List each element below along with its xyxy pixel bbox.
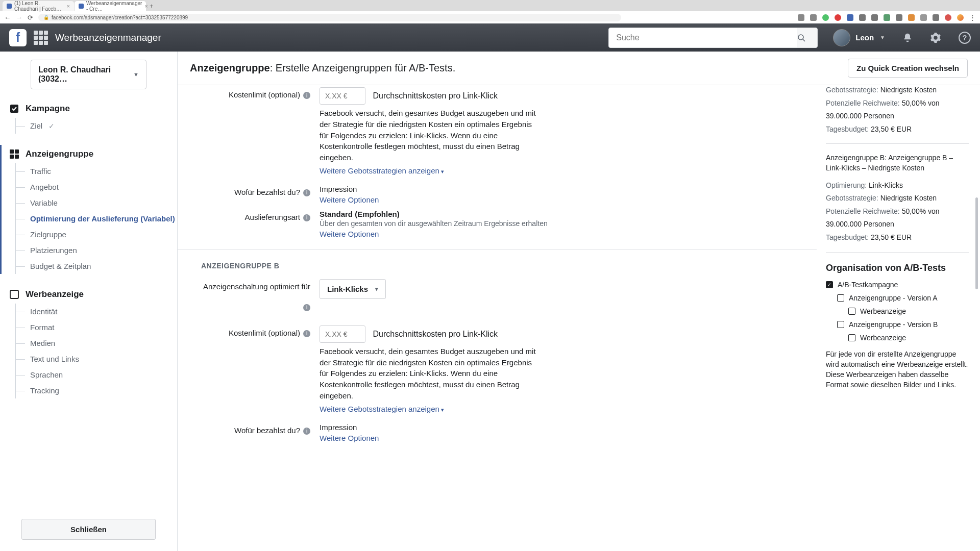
summary-budget: Tagesbudget: 23,50 € EUR xyxy=(826,124,969,135)
info-icon[interactable]: i xyxy=(303,189,310,196)
new-tab-button[interactable]: + xyxy=(146,2,157,10)
search-button[interactable] xyxy=(797,28,817,47)
more-options-link-b[interactable]: Weitere Optionen xyxy=(320,434,379,442)
sidebar-item-budget[interactable]: Budget & Zeitplan xyxy=(16,258,177,274)
profile-avatar-icon[interactable] xyxy=(957,14,964,21)
right-rail: Gebotsstrategie: Niedrigste Kosten Poten… xyxy=(817,85,980,551)
ad-tree: Identität Format Medien Text und Links S… xyxy=(15,304,177,398)
global-nav-bar: f Werbeanzeigenmanager Leon ▼ ? xyxy=(0,23,980,52)
sidebar-item-ziel[interactable]: Ziel ✓ xyxy=(16,118,177,134)
org-adset-a[interactable]: Anzeigengruppe - Version A xyxy=(837,294,969,302)
cost-help-text-b: Facebook versucht, dein gesamtes Budget … xyxy=(320,346,539,402)
sidebar-item-tracking[interactable]: Tracking xyxy=(16,383,177,398)
delivery-subtext: Über den gesamten von dir ausgewählten Z… xyxy=(320,219,801,228)
sidebar-item-zielgruppe[interactable]: Zielgruppe xyxy=(16,227,177,242)
campaign-tree: Ziel ✓ xyxy=(15,118,177,134)
more-bid-strategies-link[interactable]: Weitere Gebotsstrategien anzeigen xyxy=(320,166,444,175)
close-icon[interactable]: × xyxy=(67,3,70,9)
sidebar-item-traffic[interactable]: Traffic xyxy=(16,163,177,179)
ext-icon[interactable] xyxy=(847,14,853,21)
org-campaign[interactable]: ✓ A/B-Testkampagne xyxy=(826,281,969,289)
adset-icon xyxy=(837,294,844,302)
quick-creation-button[interactable]: Zu Quick Creation wechseln xyxy=(848,59,968,78)
svg-point-0 xyxy=(798,35,803,40)
cost-suffix: Durchschnittskosten pro Link-Klick xyxy=(373,91,498,100)
ext-icon[interactable] xyxy=(835,14,841,21)
sidebar-section-ad[interactable]: Werbeanzeige xyxy=(0,285,177,304)
sidebar-section-campaign[interactable]: Kampagne xyxy=(0,99,177,118)
tab-title: Werbeanzeigenmanager - Cre… xyxy=(86,1,142,12)
ad-icon xyxy=(9,289,19,299)
facebook-logo[interactable]: f xyxy=(9,29,27,46)
sidebar-section-adset[interactable]: Anzeigengruppe xyxy=(2,145,177,163)
app-switcher-icon[interactable] xyxy=(34,31,48,45)
more-options-link[interactable]: Weitere Optionen xyxy=(320,195,379,204)
ext-icon[interactable] xyxy=(871,14,878,21)
info-icon[interactable]: i xyxy=(303,92,310,99)
extension-icons: ⋮ xyxy=(798,14,976,21)
ext-icon[interactable] xyxy=(945,14,951,21)
org-ad-b[interactable]: Werbeanzeige xyxy=(848,334,969,342)
sidebar-item-platzierungen[interactable]: Platzierungen xyxy=(16,242,177,258)
info-icon[interactable]: i xyxy=(303,428,310,435)
search-input[interactable] xyxy=(609,33,797,42)
more-bid-strategies-link-b[interactable]: Weitere Gebotsstrategien anzeigen xyxy=(320,405,444,413)
workspace: Leon R. Chaudhari (3032… ▼ Kampagne Ziel… xyxy=(0,52,980,551)
back-button[interactable]: ← xyxy=(4,14,11,21)
reload-button[interactable]: ⟳ xyxy=(28,14,33,21)
sidebar-item-optimierung[interactable]: Optimierung der Auslieferung (Variabel) xyxy=(16,211,177,227)
url-field[interactable]: 🔒 facebook.com/adsmanager/creation?act=3… xyxy=(38,14,621,21)
cost-suffix-b: Durchschnittskosten pro Link-Klick xyxy=(373,330,498,338)
adset-tree: Traffic Angebot Variable Optimierung der… xyxy=(15,163,177,274)
org-ad-a[interactable]: Werbeanzeige xyxy=(848,307,969,315)
more-options-link[interactable]: Weitere Optionen xyxy=(320,230,379,238)
notifications-icon[interactable] xyxy=(902,33,913,43)
close-button[interactable]: Schließen xyxy=(21,519,156,540)
ext-icon[interactable] xyxy=(896,14,902,21)
ext-icon[interactable] xyxy=(810,14,817,21)
ext-icon[interactable] xyxy=(822,14,829,21)
chevron-down-icon: ▼ xyxy=(880,35,885,40)
help-icon[interactable]: ? xyxy=(959,32,971,44)
favicon-icon xyxy=(7,4,12,9)
sidebar-item-angebot[interactable]: Angebot xyxy=(16,179,177,195)
field-label-payfor: Wofür bezahlst du? i xyxy=(193,185,310,205)
forward-button[interactable]: → xyxy=(16,14,22,21)
chevron-down-icon: ▼ xyxy=(133,71,139,78)
cost-limit-input-b[interactable] xyxy=(320,325,365,343)
ext-icon[interactable] xyxy=(933,14,939,21)
info-icon[interactable]: i xyxy=(303,330,310,337)
summary-reach-b: Potenzielle Reichweite: 50,00% von xyxy=(826,207,969,217)
browser-tab-2[interactable]: Werbeanzeigenmanager - Cre… × xyxy=(75,1,146,11)
sidebar-item-identitaet[interactable]: Identität xyxy=(16,304,177,319)
sidebar-item-text-links[interactable]: Text und Links xyxy=(16,351,177,367)
info-icon[interactable]: i xyxy=(303,214,310,221)
browser-tab-1[interactable]: (1) Leon R. Chaudhari | Faceb… × xyxy=(3,1,74,11)
settings-icon[interactable] xyxy=(930,32,941,43)
sidebar-item-format[interactable]: Format xyxy=(16,319,177,335)
optimize-for-select[interactable]: Link-Klicks xyxy=(320,279,386,299)
svg-rect-5 xyxy=(10,155,14,159)
ext-icon[interactable] xyxy=(884,14,890,21)
user-menu[interactable]: Leon ▼ xyxy=(833,29,885,46)
info-icon[interactable]: i xyxy=(303,304,310,311)
ext-icon[interactable] xyxy=(859,14,866,21)
rail-divider xyxy=(826,143,969,144)
menu-button[interactable]: ⋮ xyxy=(969,14,976,21)
field-label-delivery: Auslieferungsart i xyxy=(193,210,310,239)
ext-icon[interactable] xyxy=(908,14,915,21)
field-label-optimize: Anzeigenschaltung optimiert für i xyxy=(193,279,310,311)
svg-line-1 xyxy=(803,39,805,41)
sidebar-item-variable[interactable]: Variable xyxy=(16,195,177,211)
cost-limit-input-a[interactable] xyxy=(320,87,365,105)
rail-divider xyxy=(826,252,969,253)
org-adset-b[interactable]: Anzeigengruppe - Version B xyxy=(837,320,969,329)
account-selector[interactable]: Leon R. Chaudhari (3032… ▼ xyxy=(31,60,146,89)
ext-icon[interactable] xyxy=(798,14,804,21)
payfor-value-b: Impression xyxy=(320,423,801,432)
ext-icon[interactable] xyxy=(920,14,927,21)
sidebar-item-sprachen[interactable]: Sprachen xyxy=(16,367,177,383)
org-heading: Organisation von A/B-Tests xyxy=(826,263,969,273)
campaign-icon xyxy=(9,104,19,114)
sidebar-item-medien[interactable]: Medien xyxy=(16,335,177,351)
